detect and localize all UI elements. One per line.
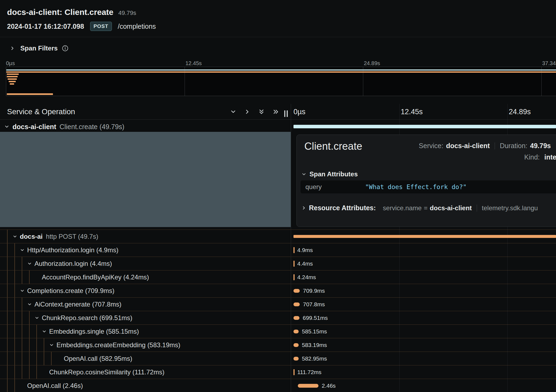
chevron-right-icon[interactable] bbox=[302, 206, 306, 210]
root-operation-name: Client.create (49.79s) bbox=[59, 123, 124, 131]
span-row[interactable]: Completions.create (709.9ms)709.9ms bbox=[0, 284, 556, 298]
root-service-name: docs-ai-client bbox=[12, 123, 56, 131]
span-row[interactable]: OpenAI.call (2.46s)2.46s bbox=[0, 379, 556, 392]
duration-bar[interactable] bbox=[293, 316, 299, 320]
span-row[interactable]: AccountRepo.findByApiKey (4.24ms)4.24ms bbox=[0, 270, 556, 284]
chevron-down-icon[interactable] bbox=[20, 289, 24, 293]
duration-label: 4.24ms bbox=[297, 274, 316, 281]
span-label: Embeddings.single (585.15ms) bbox=[49, 328, 139, 335]
span-row[interactable]: ChunkRepo.cosineSimilarity (111.72ms)111… bbox=[0, 365, 556, 379]
duration-label: 709.9ms bbox=[303, 288, 325, 294]
panel-header: Service & Operation 0µs 12.45s 24.89s bbox=[0, 104, 556, 120]
indent-guide bbox=[14, 311, 15, 324]
request-path: /completions bbox=[118, 23, 156, 30]
duration-value: 49.79s bbox=[530, 142, 551, 150]
indent-guide bbox=[22, 325, 22, 338]
trace-minimap[interactable] bbox=[6, 67, 556, 96]
duration-bar[interactable] bbox=[293, 330, 299, 333]
duration-bar[interactable] bbox=[293, 289, 300, 293]
chevron-down-icon[interactable] bbox=[302, 172, 306, 177]
span-label: AccountRepo.findByApiKey (4.24ms) bbox=[42, 273, 149, 281]
indent-guide bbox=[44, 352, 44, 365]
indent-guide bbox=[7, 257, 8, 270]
chevron-down-icon[interactable] bbox=[27, 262, 32, 266]
kind-value: internal bbox=[544, 153, 556, 161]
minimap-span-bar bbox=[7, 74, 19, 75]
duration-bar[interactable] bbox=[293, 302, 300, 306]
minimap-span-bar bbox=[9, 81, 16, 82]
trace-title-line: docs-ai-client: Client.create 49.79s bbox=[7, 8, 136, 17]
indent-guide bbox=[22, 298, 22, 311]
duration-bar[interactable] bbox=[293, 274, 295, 280]
trace-header: docs-ai-client: Client.create 49.79s 202… bbox=[0, 0, 556, 37]
collapse-one-icon[interactable] bbox=[230, 108, 237, 115]
timeline-label-1: 12.45s bbox=[401, 108, 423, 116]
indent-guide bbox=[14, 365, 15, 379]
duration-bar[interactable] bbox=[293, 261, 295, 267]
span-row[interactable]: OpenAI.call (582.95ms)582.95ms bbox=[0, 352, 556, 365]
span-label: AiContext.generate (707.8ms) bbox=[34, 301, 121, 308]
indent-guide bbox=[44, 338, 44, 352]
resource-attributes-row[interactable]: Resource Attributes: service.name = docs… bbox=[302, 204, 538, 212]
chevron-down-icon[interactable] bbox=[27, 302, 32, 307]
indent-guide bbox=[22, 270, 22, 284]
span-label: OpenAI.call (2.46s) bbox=[27, 382, 83, 390]
indent-guide bbox=[29, 270, 30, 284]
attribute-row: query "What does Effect.fork do?" bbox=[301, 180, 556, 193]
duration-bar[interactable] bbox=[298, 384, 318, 388]
duration-label: 707.8ms bbox=[303, 301, 325, 308]
minimap-span-bar bbox=[7, 76, 18, 77]
indent-guide bbox=[29, 311, 30, 324]
expand-one-icon[interactable] bbox=[244, 108, 251, 115]
detail-meta: Service: docs-ai-client Duration: 49.79s bbox=[419, 142, 551, 150]
indent-guide bbox=[14, 325, 15, 338]
minimap-span-bar bbox=[8, 78, 17, 80]
expand-all-icon[interactable] bbox=[272, 108, 279, 115]
indent-guide bbox=[7, 325, 8, 338]
minimap-tick: 0µs bbox=[6, 60, 15, 66]
duration-label: 2.46s bbox=[322, 383, 336, 389]
duration-bar[interactable] bbox=[293, 369, 295, 375]
minimap-tick: 24.89s bbox=[364, 60, 380, 66]
chevron-down-icon[interactable] bbox=[4, 124, 9, 129]
attribute-value: "What does Effect.fork do?" bbox=[365, 183, 467, 190]
indent-guide bbox=[29, 365, 30, 379]
indent-guide bbox=[14, 270, 15, 284]
span-row[interactable]: Authorization.login (4.4ms)4.4ms bbox=[0, 257, 556, 270]
span-attributes-header[interactable]: Span Attributes bbox=[302, 170, 358, 178]
span-row[interactable]: Http/Authorization.login (4.9ms)4.9ms bbox=[0, 243, 556, 257]
span-row[interactable]: docs-aihttp POST (49.7s) bbox=[0, 230, 556, 243]
resource-value: docs-ai-client bbox=[430, 204, 472, 212]
root-span-row[interactable]: docs-ai-client Client.create (49.79s) bbox=[0, 122, 556, 132]
panel-resize-handle[interactable] bbox=[284, 110, 288, 117]
page-title: docs-ai-client: Client.create bbox=[7, 8, 113, 17]
chevron-down-icon[interactable] bbox=[20, 248, 24, 252]
indent-guide bbox=[7, 365, 8, 379]
span-row[interactable]: ChunkRepo.search (699.51ms)699.51ms bbox=[0, 311, 556, 325]
duration-label: 585.15ms bbox=[302, 328, 327, 335]
span-filters-section[interactable]: Span Filters bbox=[10, 44, 68, 52]
duration-bar[interactable] bbox=[293, 247, 295, 253]
duration-bar[interactable] bbox=[293, 357, 299, 361]
collapse-all-icon[interactable] bbox=[258, 108, 265, 115]
chevron-down-icon[interactable] bbox=[49, 343, 54, 347]
minimap-span-bar bbox=[6, 71, 556, 73]
duration-bar[interactable] bbox=[293, 343, 299, 347]
chevron-down-icon[interactable] bbox=[13, 234, 17, 239]
panel-divider[interactable] bbox=[291, 104, 291, 392]
span-label: ChunkRepo.cosineSimilarity (111.72ms) bbox=[49, 368, 165, 376]
indent-guide bbox=[7, 311, 8, 324]
span-row[interactable]: Embeddings.single (585.15ms)585.15ms bbox=[0, 325, 556, 338]
duration-bar[interactable] bbox=[293, 235, 556, 238]
chevron-down-icon[interactable] bbox=[42, 329, 46, 334]
root-duration-bar[interactable] bbox=[293, 125, 556, 128]
chevron-down-icon[interactable] bbox=[35, 316, 39, 320]
indent-guide bbox=[7, 270, 8, 284]
resource-attributes-label: Resource Attributes: bbox=[309, 204, 376, 212]
indent-guide bbox=[7, 230, 8, 243]
span-row[interactable]: Embeddings.createEmbedding (583.19ms)583… bbox=[0, 338, 556, 352]
chevron-right-icon[interactable] bbox=[10, 46, 15, 51]
http-method-badge: POST bbox=[90, 22, 112, 31]
span-row[interactable]: AiContext.generate (707.8ms)707.8ms bbox=[0, 298, 556, 311]
info-icon[interactable] bbox=[62, 45, 68, 52]
